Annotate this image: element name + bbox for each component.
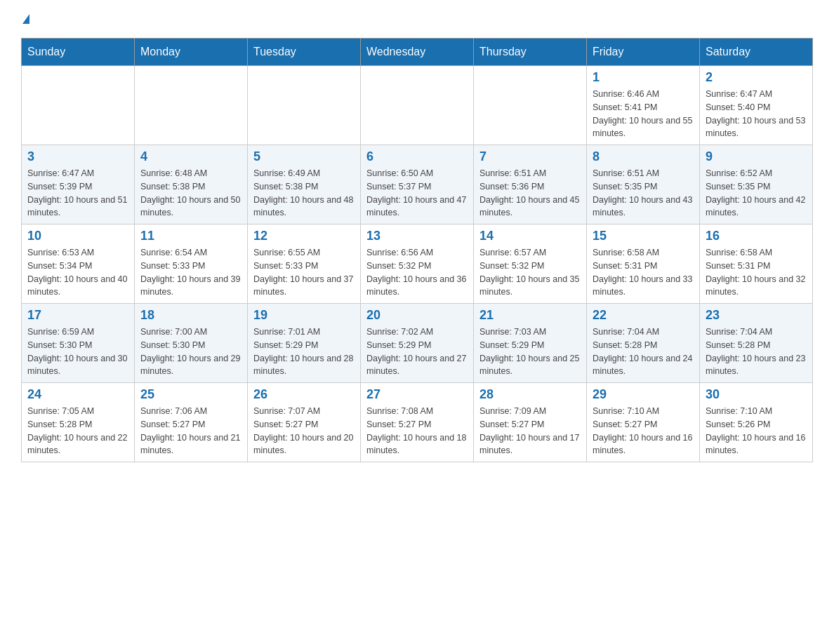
day-info: Sunrise: 7:03 AMSunset: 5:29 PMDaylight:…	[479, 326, 581, 378]
calendar-cell: 26Sunrise: 7:07 AMSunset: 5:27 PMDayligh…	[248, 383, 361, 462]
day-number: 9	[706, 149, 807, 164]
day-number: 22	[593, 308, 694, 323]
day-number: 12	[253, 229, 355, 243]
day-info: Sunrise: 7:04 AMSunset: 5:28 PMDaylight:…	[593, 326, 694, 378]
day-info: Sunrise: 6:49 AMSunset: 5:38 PMDaylight:…	[253, 167, 355, 220]
calendar-cell: 2Sunrise: 6:47 AMSunset: 5:40 PMDaylight…	[700, 66, 813, 145]
calendar-cell: 28Sunrise: 7:09 AMSunset: 5:27 PMDayligh…	[474, 383, 587, 462]
day-number: 10	[27, 229, 128, 243]
day-info: Sunrise: 7:09 AMSunset: 5:27 PMDaylight:…	[479, 405, 581, 457]
calendar-cell	[22, 66, 135, 145]
day-number: 6	[366, 149, 468, 164]
day-number: 14	[479, 229, 581, 243]
calendar-cell: 9Sunrise: 6:52 AMSunset: 5:35 PMDaylight…	[700, 145, 813, 224]
day-info: Sunrise: 6:48 AMSunset: 5:38 PMDaylight:…	[140, 167, 241, 220]
day-number: 28	[479, 387, 581, 402]
day-info: Sunrise: 6:56 AMSunset: 5:32 PMDaylight:…	[366, 246, 468, 299]
weekday-header-friday: Friday	[587, 39, 700, 66]
day-info: Sunrise: 7:07 AMSunset: 5:27 PMDaylight:…	[253, 405, 355, 457]
day-info: Sunrise: 7:01 AMSunset: 5:29 PMDaylight:…	[253, 326, 355, 378]
calendar-cell: 15Sunrise: 6:58 AMSunset: 5:31 PMDayligh…	[587, 224, 700, 304]
calendar-cell: 29Sunrise: 7:10 AMSunset: 5:27 PMDayligh…	[587, 383, 700, 462]
weekday-header-row: SundayMondayTuesdayWednesdayThursdayFrid…	[22, 39, 813, 66]
calendar-cell: 20Sunrise: 7:02 AMSunset: 5:29 PMDayligh…	[361, 304, 474, 383]
day-info: Sunrise: 6:58 AMSunset: 5:31 PMDaylight:…	[706, 246, 807, 299]
day-info: Sunrise: 6:47 AMSunset: 5:40 PMDaylight:…	[706, 88, 807, 140]
day-number: 8	[593, 149, 694, 164]
page-header	[21, 14, 813, 24]
day-info: Sunrise: 6:57 AMSunset: 5:32 PMDaylight:…	[479, 246, 581, 299]
day-info: Sunrise: 6:55 AMSunset: 5:33 PMDaylight:…	[253, 246, 355, 299]
weekday-header-sunday: Sunday	[22, 39, 135, 66]
calendar-cell: 11Sunrise: 6:54 AMSunset: 5:33 PMDayligh…	[135, 224, 248, 304]
day-number: 15	[593, 229, 694, 243]
day-info: Sunrise: 6:54 AMSunset: 5:33 PMDaylight:…	[140, 246, 241, 299]
week-row-2: 3Sunrise: 6:47 AMSunset: 5:39 PMDaylight…	[22, 145, 813, 224]
day-info: Sunrise: 7:00 AMSunset: 5:30 PMDaylight:…	[140, 326, 241, 378]
calendar-cell: 18Sunrise: 7:00 AMSunset: 5:30 PMDayligh…	[135, 304, 248, 383]
day-number: 13	[366, 229, 468, 243]
calendar-cell: 8Sunrise: 6:51 AMSunset: 5:35 PMDaylight…	[587, 145, 700, 224]
weekday-header-wednesday: Wednesday	[361, 39, 474, 66]
day-number: 27	[366, 387, 468, 402]
week-row-3: 10Sunrise: 6:53 AMSunset: 5:34 PMDayligh…	[22, 224, 813, 304]
day-info: Sunrise: 6:50 AMSunset: 5:37 PMDaylight:…	[366, 167, 468, 220]
day-number: 18	[140, 308, 241, 323]
calendar-cell: 7Sunrise: 6:51 AMSunset: 5:36 PMDaylight…	[474, 145, 587, 224]
calendar-cell: 24Sunrise: 7:05 AMSunset: 5:28 PMDayligh…	[22, 383, 135, 462]
day-info: Sunrise: 7:10 AMSunset: 5:27 PMDaylight:…	[593, 405, 694, 457]
day-number: 19	[253, 308, 355, 323]
day-number: 5	[253, 149, 355, 164]
calendar-cell: 21Sunrise: 7:03 AMSunset: 5:29 PMDayligh…	[474, 304, 587, 383]
day-number: 1	[593, 70, 694, 85]
day-number: 26	[253, 387, 355, 402]
calendar-cell: 22Sunrise: 7:04 AMSunset: 5:28 PMDayligh…	[587, 304, 700, 383]
calendar-cell: 10Sunrise: 6:53 AMSunset: 5:34 PMDayligh…	[22, 224, 135, 304]
day-info: Sunrise: 7:02 AMSunset: 5:29 PMDaylight:…	[366, 326, 468, 378]
day-info: Sunrise: 7:04 AMSunset: 5:28 PMDaylight:…	[706, 326, 807, 378]
day-number: 11	[140, 229, 241, 243]
logo-triangle-icon	[22, 14, 29, 24]
calendar-cell: 16Sunrise: 6:58 AMSunset: 5:31 PMDayligh…	[700, 224, 813, 304]
day-number: 25	[140, 387, 241, 402]
calendar-cell: 4Sunrise: 6:48 AMSunset: 5:38 PMDaylight…	[135, 145, 248, 224]
weekday-header-thursday: Thursday	[474, 39, 587, 66]
day-info: Sunrise: 6:47 AMSunset: 5:39 PMDaylight:…	[27, 167, 128, 220]
day-number: 4	[140, 149, 241, 164]
calendar-cell: 1Sunrise: 6:46 AMSunset: 5:41 PMDaylight…	[587, 66, 700, 145]
weekday-header-saturday: Saturday	[700, 39, 813, 66]
calendar-table: SundayMondayTuesdayWednesdayThursdayFrid…	[21, 38, 813, 462]
calendar-cell	[135, 66, 248, 145]
day-info: Sunrise: 6:46 AMSunset: 5:41 PMDaylight:…	[593, 88, 694, 140]
calendar-cell: 17Sunrise: 6:59 AMSunset: 5:30 PMDayligh…	[22, 304, 135, 383]
day-number: 23	[706, 308, 807, 323]
calendar-cell: 30Sunrise: 7:10 AMSunset: 5:26 PMDayligh…	[700, 383, 813, 462]
day-number: 24	[27, 387, 128, 402]
day-number: 21	[479, 308, 581, 323]
calendar-cell: 19Sunrise: 7:01 AMSunset: 5:29 PMDayligh…	[248, 304, 361, 383]
day-number: 17	[27, 308, 128, 323]
weekday-header-monday: Monday	[135, 39, 248, 66]
logo	[21, 14, 29, 24]
calendar-cell	[361, 66, 474, 145]
calendar-cell: 12Sunrise: 6:55 AMSunset: 5:33 PMDayligh…	[248, 224, 361, 304]
calendar-cell: 27Sunrise: 7:08 AMSunset: 5:27 PMDayligh…	[361, 383, 474, 462]
calendar-cell: 23Sunrise: 7:04 AMSunset: 5:28 PMDayligh…	[700, 304, 813, 383]
calendar-cell: 25Sunrise: 7:06 AMSunset: 5:27 PMDayligh…	[135, 383, 248, 462]
calendar-cell: 3Sunrise: 6:47 AMSunset: 5:39 PMDaylight…	[22, 145, 135, 224]
week-row-4: 17Sunrise: 6:59 AMSunset: 5:30 PMDayligh…	[22, 304, 813, 383]
day-number: 30	[706, 387, 807, 402]
day-number: 2	[706, 70, 807, 85]
calendar-cell: 14Sunrise: 6:57 AMSunset: 5:32 PMDayligh…	[474, 224, 587, 304]
day-info: Sunrise: 7:05 AMSunset: 5:28 PMDaylight:…	[27, 405, 128, 457]
calendar-cell	[474, 66, 587, 145]
calendar-cell: 6Sunrise: 6:50 AMSunset: 5:37 PMDaylight…	[361, 145, 474, 224]
day-info: Sunrise: 6:59 AMSunset: 5:30 PMDaylight:…	[27, 326, 128, 378]
day-number: 29	[593, 387, 694, 402]
day-info: Sunrise: 6:58 AMSunset: 5:31 PMDaylight:…	[593, 246, 694, 299]
calendar-cell: 13Sunrise: 6:56 AMSunset: 5:32 PMDayligh…	[361, 224, 474, 304]
calendar-cell: 5Sunrise: 6:49 AMSunset: 5:38 PMDaylight…	[248, 145, 361, 224]
day-info: Sunrise: 7:06 AMSunset: 5:27 PMDaylight:…	[140, 405, 241, 457]
day-info: Sunrise: 6:51 AMSunset: 5:36 PMDaylight:…	[479, 167, 581, 220]
day-number: 20	[366, 308, 468, 323]
